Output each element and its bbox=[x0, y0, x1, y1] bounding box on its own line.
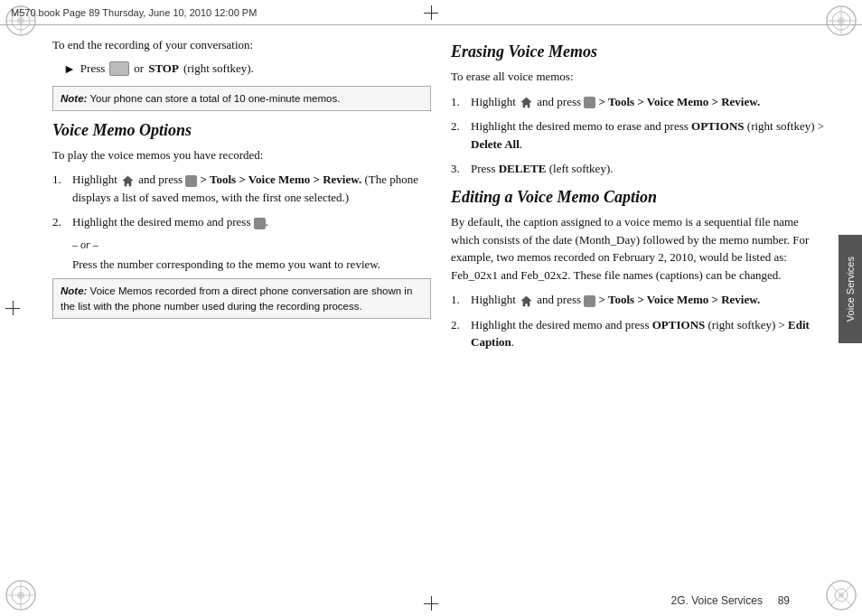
left-section-intro: To play the voice memos you have recorde… bbox=[52, 146, 431, 164]
footer-label: 2G. Voice Services 89 bbox=[671, 594, 790, 607]
note2-label: Note: bbox=[61, 285, 87, 296]
footer: 2G. Voice Services 89 bbox=[0, 594, 835, 607]
right-sidebar: Voice Services bbox=[839, 235, 862, 343]
or-section: – or – Press the number corresponding to… bbox=[72, 238, 431, 274]
edit-steps-list: 1. Highlight and press > Tools > Voice M… bbox=[451, 291, 829, 351]
note-box-1: Note: Your phone can store a total of 10… bbox=[52, 86, 431, 111]
erase-step-3: 3. Press DELETE (left softkey). bbox=[451, 160, 829, 178]
or-label: or bbox=[134, 60, 144, 78]
home-icon-3 bbox=[520, 294, 533, 308]
stop-suffix: (right softkey). bbox=[183, 60, 254, 78]
erase-steps-list: 1. Highlight and press > Tools > Voice M… bbox=[451, 93, 829, 178]
right-column: Erasing Voice Memos To erase all voice m… bbox=[451, 27, 829, 585]
sidebar-label: Voice Services bbox=[845, 257, 856, 322]
erase-section-title: Erasing Voice Memos bbox=[451, 42, 829, 62]
crosshair-left bbox=[5, 301, 20, 315]
press-number-text: Press the number corresponding to the me… bbox=[72, 256, 431, 274]
edit-step-2: 2. Highlight the desired memo and press … bbox=[451, 316, 829, 351]
header-text: M570.book Page 89 Thursday, June 10, 201… bbox=[11, 7, 257, 18]
main-content: To end the recording of your conversatio… bbox=[52, 27, 829, 585]
left-step-1: 1. Highlight and press > Tools > Voice M… bbox=[52, 171, 431, 206]
home-icon-2 bbox=[520, 96, 533, 109]
left-steps-list: 1. Highlight and press > Tools > Voice M… bbox=[52, 171, 431, 231]
stop-label: STOP bbox=[148, 60, 179, 78]
left-step-2: 2. Highlight the desired memo and press … bbox=[52, 213, 431, 231]
menu-icon-4 bbox=[584, 295, 595, 307]
left-column: To end the recording of your conversatio… bbox=[52, 27, 431, 585]
menu-icon-1 bbox=[185, 175, 197, 187]
erase-section-intro: To erase all voice memos: bbox=[451, 68, 829, 86]
edit-step-1: 1. Highlight and press > Tools > Voice M… bbox=[451, 291, 829, 309]
left-intro: To end the recording of your conversatio… bbox=[52, 36, 431, 54]
menu-icon-3 bbox=[584, 97, 595, 108]
menu-icon-2 bbox=[254, 218, 266, 229]
erase-step-2: 2. Highlight the desired memo to erase a… bbox=[451, 117, 829, 153]
press-label: Press bbox=[80, 60, 105, 78]
edit-section-intro: By default, the caption assigned to a vo… bbox=[451, 213, 829, 284]
note2-text: Voice Memos recorded from a direct phone… bbox=[61, 285, 412, 311]
erase-step-1: 1. Highlight and press > Tools > Voice M… bbox=[451, 93, 829, 111]
stop-icon bbox=[109, 61, 129, 76]
note1-label: Note: bbox=[61, 93, 87, 104]
left-section-title: Voice Memo Options bbox=[52, 120, 431, 141]
arrow-symbol: ► bbox=[63, 60, 76, 79]
home-icon-1 bbox=[121, 174, 135, 188]
note-box-2: Note: Voice Memos recorded from a direct… bbox=[52, 278, 431, 318]
press-line: ► Press or STOP (right softkey). bbox=[63, 60, 431, 79]
header-bar: M570.book Page 89 Thursday, June 10, 201… bbox=[0, 0, 862, 25]
note1-text: Your phone can store a total of 10 one-m… bbox=[89, 93, 340, 104]
edit-section-title: Editing a Voice Memo Caption bbox=[451, 187, 829, 208]
or-line: – or – bbox=[72, 238, 431, 252]
